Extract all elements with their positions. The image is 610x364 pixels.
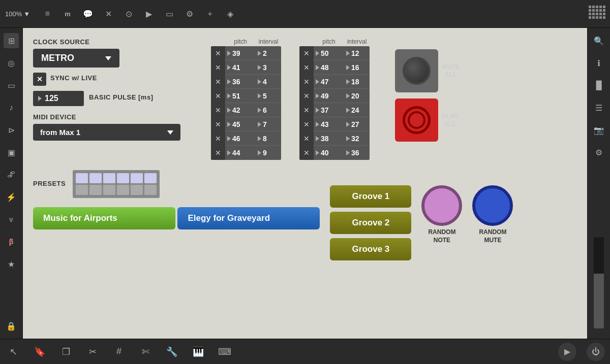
copy-icon[interactable]: ❐ bbox=[58, 344, 74, 360]
record-icon[interactable]: ⊙ bbox=[120, 6, 137, 22]
groove3-button[interactable]: Groove 3 bbox=[330, 238, 411, 260]
table2-row1-x[interactable]: ✕ bbox=[299, 46, 314, 60]
random-note-button[interactable]: RANDOMNOTE bbox=[421, 185, 462, 244]
columns-icon[interactable]: ▐▌ bbox=[591, 78, 606, 93]
table1-row6-interval[interactable]: 7 bbox=[256, 120, 281, 128]
table1-row2-interval[interactable]: 3 bbox=[256, 63, 281, 72]
preset-cell-8[interactable] bbox=[89, 185, 102, 195]
table1-row8-interval[interactable]: 9 bbox=[256, 149, 281, 157]
sidebar-step-icon[interactable]: ⊳ bbox=[4, 122, 19, 138]
transport-play-button[interactable]: ▶ bbox=[558, 343, 576, 361]
table2-row7-interval[interactable]: 32 bbox=[344, 135, 370, 143]
table2-row5-pitch[interactable]: 37 bbox=[314, 106, 344, 114]
random-mute-button[interactable]: RANDOMMUTE bbox=[472, 185, 513, 244]
table1-row1-interval[interactable]: 2 bbox=[256, 49, 281, 57]
plus-icon[interactable]: ＋ bbox=[202, 6, 218, 22]
bookmark-icon[interactable]: 🔖 bbox=[32, 344, 48, 360]
midi-device-select[interactable]: from Max 1 bbox=[33, 124, 180, 141]
table2-row7-x[interactable]: ✕ bbox=[299, 131, 314, 146]
sidebar-image-icon[interactable]: ▣ bbox=[4, 145, 19, 160]
table2-row6-interval[interactable]: 27 bbox=[344, 120, 370, 128]
diamond-icon[interactable]: ◈ bbox=[222, 6, 238, 22]
table2-row3-pitch[interactable]: 47 bbox=[314, 78, 344, 86]
preset-cell-12[interactable] bbox=[144, 185, 157, 195]
sidebar-star-icon[interactable]: ★ bbox=[4, 256, 19, 272]
sidebar-lock-icon[interactable]: 🔒 bbox=[4, 318, 19, 334]
power-button[interactable]: ⏻ bbox=[587, 343, 605, 361]
table2-row8-pitch[interactable]: 40 bbox=[314, 149, 344, 157]
table2-row6-x[interactable]: ✕ bbox=[299, 117, 314, 131]
table2-row3-interval[interactable]: 18 bbox=[344, 78, 370, 86]
table1-row3-interval[interactable]: 4 bbox=[256, 78, 281, 86]
list-icon[interactable]: ☰ bbox=[591, 100, 606, 115]
table1-row7-x[interactable]: ✕ bbox=[211, 131, 225, 146]
table1-row3-x[interactable]: ✕ bbox=[211, 75, 225, 89]
minus-icon[interactable]: ▭ bbox=[161, 6, 177, 22]
preset-cell-5[interactable] bbox=[131, 173, 143, 183]
table1-row2-x[interactable]: ✕ bbox=[211, 60, 225, 75]
piano-icon[interactable]: 🎹 bbox=[190, 344, 206, 360]
preset-cell-2[interactable] bbox=[89, 173, 102, 183]
table1-row5-pitch[interactable]: 42 bbox=[225, 106, 256, 114]
sidebar-v-icon[interactable]: v bbox=[4, 212, 19, 227]
info-icon[interactable]: ℹ bbox=[591, 55, 606, 71]
table2-row2-x[interactable]: ✕ bbox=[299, 60, 314, 75]
table2-row1-interval[interactable]: 12 bbox=[344, 49, 370, 57]
m-icon[interactable]: m bbox=[59, 6, 76, 22]
sync-toggle[interactable]: ✕ bbox=[33, 73, 46, 86]
camera-icon[interactable]: 📷 bbox=[591, 122, 606, 138]
preset-cell-7[interactable] bbox=[76, 185, 88, 195]
preset-cell-1[interactable] bbox=[76, 173, 88, 183]
sidebar-paperclip-icon[interactable]: 🖇 bbox=[4, 167, 19, 182]
table1-row7-interval[interactable]: 8 bbox=[256, 135, 281, 143]
x-close-icon[interactable]: ✕ bbox=[100, 6, 116, 22]
preset-music-airports-button[interactable]: Music for Airports bbox=[33, 207, 175, 229]
mute-all-button[interactable]: MUTEALL bbox=[395, 49, 460, 92]
table1-row4-interval[interactable]: 5 bbox=[256, 92, 281, 100]
preset-cell-3[interactable] bbox=[103, 173, 115, 183]
grid-hash-icon[interactable]: # bbox=[111, 344, 127, 360]
hamburger-icon[interactable]: ≡ bbox=[39, 6, 55, 22]
table1-row2-pitch[interactable]: 41 bbox=[225, 63, 256, 72]
comment-icon[interactable]: 💬 bbox=[80, 6, 96, 22]
table2-row5-interval[interactable]: 24 bbox=[344, 106, 370, 114]
table1-row1-x[interactable]: ✕ bbox=[211, 46, 225, 60]
table1-row6-pitch[interactable]: 45 bbox=[225, 120, 256, 128]
table1-row3-pitch[interactable]: 36 bbox=[225, 78, 256, 86]
table1-row5-interval[interactable]: 6 bbox=[256, 106, 281, 114]
table2-row2-pitch[interactable]: 48 bbox=[314, 63, 344, 72]
table1-row7-pitch[interactable]: 46 bbox=[225, 135, 256, 143]
table2-row6-pitch[interactable]: 43 bbox=[314, 120, 344, 128]
sidebar-target-icon[interactable]: ◎ bbox=[4, 55, 19, 71]
sidebar-layers-icon[interactable]: ⊞ bbox=[4, 33, 19, 48]
table2-row4-pitch[interactable]: 49 bbox=[314, 92, 344, 100]
select-icon[interactable]: ↖ bbox=[5, 344, 21, 360]
table2-row1-pitch[interactable]: 50 bbox=[314, 49, 344, 57]
table2-row3-x[interactable]: ✕ bbox=[299, 75, 314, 89]
sliders-icon[interactable]: ⚙ bbox=[591, 145, 606, 160]
table2-row2-interval[interactable]: 16 bbox=[344, 63, 370, 72]
table1-row8-x[interactable]: ✕ bbox=[211, 146, 225, 160]
table2-row7-pitch[interactable]: 38 bbox=[314, 135, 344, 143]
table1-row4-pitch[interactable]: 51 bbox=[225, 92, 256, 100]
table2-row8-interval[interactable]: 36 bbox=[344, 149, 370, 157]
preset-cell-10[interactable] bbox=[117, 185, 129, 195]
table1-row4-x[interactable]: ✕ bbox=[211, 89, 225, 103]
volume-bar[interactable] bbox=[594, 237, 604, 328]
clock-source-select[interactable]: METRO bbox=[33, 49, 119, 68]
preset-cell-9[interactable] bbox=[103, 185, 115, 195]
keyboard-icon[interactable]: ⌨ bbox=[217, 344, 233, 360]
cut-icon[interactable]: ✂ bbox=[84, 344, 101, 360]
sidebar-plug-icon[interactable]: ⚡ bbox=[4, 189, 19, 205]
table1-row8-pitch[interactable]: 44 bbox=[225, 149, 256, 157]
sidebar-b-icon[interactable]: β bbox=[4, 234, 19, 249]
preset-cell-4[interactable] bbox=[117, 173, 129, 183]
preset-cell-11[interactable] bbox=[131, 185, 143, 195]
table2-row8-x[interactable]: ✕ bbox=[299, 146, 314, 160]
pulse-input[interactable]: 125 bbox=[33, 91, 84, 106]
groove2-button[interactable]: Groove 2 bbox=[330, 212, 411, 234]
search-icon[interactable]: 🔍 bbox=[591, 33, 606, 48]
presets-grid[interactable] bbox=[73, 170, 160, 198]
table2-row4-x[interactable]: ✕ bbox=[299, 89, 314, 103]
sidebar-note-icon[interactable]: ♪ bbox=[4, 100, 19, 115]
